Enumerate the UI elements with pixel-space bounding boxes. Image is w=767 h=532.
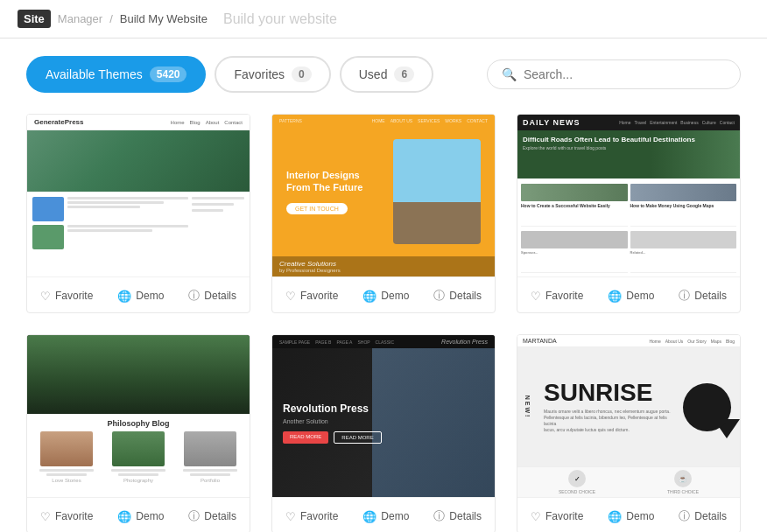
tab-available-themes[interactable]: Available Themes 5420: [26, 56, 206, 93]
theme-card-generatepress: GeneratePress Home Blog About Contact: [26, 114, 250, 313]
ma-sunrise-title: SUNRISE: [544, 381, 674, 405]
details-button-dailynews[interactable]: ⓘ Details: [675, 286, 730, 305]
details-button-patterns[interactable]: ⓘ Details: [430, 286, 485, 305]
heart-icon-6: ♡: [531, 510, 541, 523]
demo-label-3: Demo: [626, 290, 654, 302]
favorite-button-martanda[interactable]: ♡ Favorite: [527, 508, 587, 525]
theme-preview-philosophy: Philosophy Blog Love Stories Pho: [27, 335, 250, 497]
info-icon-5: ⓘ: [433, 508, 445, 524]
tab-favorites[interactable]: Favorites 0: [215, 56, 330, 93]
favorite-button-revolution[interactable]: ♡ Favorite: [282, 508, 341, 525]
theme-preview-patterns: PATTERNS HOME ABOUT US SERVICES WORKS CO…: [272, 115, 495, 276]
favorite-button-philosophy[interactable]: ♡ Favorite: [37, 508, 96, 525]
breadcrumb-sep-icon: /: [109, 12, 113, 25]
ma-logo-text: MARTANDA: [523, 338, 557, 344]
gp-nav: Home Blog About Contact: [171, 120, 243, 125]
demo-button-generatepress[interactable]: 🌐 Demo: [114, 288, 167, 304]
tab-available-label: Available Themes: [46, 67, 143, 81]
ma-nav: Home About Us Our Story Maps Blog: [649, 339, 735, 344]
favorite-button-patterns[interactable]: ♡ Favorite: [282, 288, 341, 304]
search-input[interactable]: [524, 67, 726, 81]
demo-button-patterns[interactable]: 🌐 Demo: [359, 288, 412, 304]
theme-card-dailynews: DAILY NEWS Home Travel Entertainment Bus…: [517, 114, 741, 313]
details-button-martanda[interactable]: ⓘ Details: [675, 507, 730, 526]
rp-hero-title: Revolution Press: [283, 402, 484, 415]
details-label: Details: [204, 290, 236, 302]
details-label-5: Details: [449, 510, 482, 522]
rp-hero-buttons: READ MORE READ MORE: [283, 431, 484, 444]
dn-header: DAILY NEWS Home Travel Entertainment Bus…: [517, 115, 740, 130]
globe-icon-2: 🌐: [362, 290, 376, 303]
favorite-label-2: Favorite: [300, 290, 338, 302]
pt-building-img: [393, 139, 481, 244]
globe-icon-4: 🌐: [117, 510, 131, 523]
favorite-label-4: Favorite: [55, 510, 93, 522]
search-icon: 🔍: [502, 67, 517, 81]
heart-icon: ♡: [40, 290, 51, 303]
ph-posts: Love Stories Photography Portf: [32, 431, 244, 483]
gp-logo-text: GeneratePress: [34, 118, 83, 126]
dn-logo: DAILY NEWS: [523, 118, 581, 127]
favorite-label-6: Favorite: [545, 510, 583, 522]
theme-actions-revolution: ♡ Favorite 🌐 Demo ⓘ Details: [272, 497, 495, 532]
ma-new-badge: NEW!: [524, 396, 531, 419]
ph-blog-title: Philosophy Blog: [32, 419, 244, 428]
theme-card-philosophy: Philosophy Blog Love Stories Pho: [26, 334, 250, 532]
pt-hero-title: Interior DesignsFrom The Future: [286, 169, 383, 194]
theme-preview-revolution: SAMPLE PAGE PAGE B PAGE A SHOP CLASSIC R…: [272, 335, 495, 497]
theme-actions-patterns: ♡ Favorite 🌐 Demo ⓘ Details: [272, 276, 495, 312]
demo-button-revolution[interactable]: 🌐 Demo: [359, 508, 412, 525]
pt-cta-btn: GET IN TOUCH: [286, 203, 348, 214]
demo-label-2: Demo: [381, 290, 409, 302]
details-button-philosophy[interactable]: ⓘ Details: [185, 507, 240, 526]
pt-bottom: Creative Solutions by Professional Desig…: [272, 256, 495, 276]
main-content: Available Themes 5420 Favorites 0 Used 6…: [0, 38, 767, 532]
favorite-label: Favorite: [55, 290, 93, 302]
theme-card-martanda: MARTANDA Home About Us Our Story Maps Bl…: [517, 334, 741, 532]
heart-icon-3: ♡: [531, 290, 541, 303]
globe-icon-6: 🌐: [608, 510, 622, 523]
details-label-6: Details: [694, 510, 727, 522]
heart-icon-4: ♡: [40, 510, 51, 523]
theme-actions-martanda: ♡ Favorite 🌐 Demo ⓘ Details: [517, 497, 740, 532]
pt-hero: Interior DesignsFrom The Future GET IN T…: [272, 127, 495, 256]
demo-button-philosophy[interactable]: 🌐 Demo: [114, 508, 167, 525]
rp-hero: Revolution Press Another Solution READ M…: [272, 348, 495, 497]
filter-bar: Available Themes 5420 Favorites 0 Used 6…: [26, 56, 741, 93]
dn-articles: How to Create a Successful Website Easil…: [517, 178, 740, 276]
heart-icon-5: ♡: [285, 510, 296, 523]
tab-used-label: Used: [359, 67, 388, 81]
pt-nav: PATTERNS HOME ABOUT US SERVICES WORKS CO…: [272, 115, 495, 127]
theme-preview-dailynews: DAILY NEWS Home Travel Entertainment Bus…: [517, 115, 740, 276]
info-icon-2: ⓘ: [433, 288, 445, 304]
details-label-4: Details: [204, 510, 236, 522]
ma-header: MARTANDA Home About Us Our Story Maps Bl…: [517, 335, 740, 347]
tab-used[interactable]: Used 6: [340, 56, 433, 93]
search-box[interactable]: 🔍: [487, 60, 741, 89]
details-button-revolution[interactable]: ⓘ Details: [430, 507, 485, 526]
tab-available-count: 5420: [150, 66, 187, 82]
favorite-label-5: Favorite: [300, 510, 338, 522]
theme-card-patterns: PATTERNS HOME ABOUT US SERVICES WORKS CO…: [271, 114, 496, 313]
page-title: Build your website: [223, 11, 337, 27]
ph-forest-img: [27, 335, 250, 414]
theme-card-revolution: SAMPLE PAGE PAGE B PAGE A SHOP CLASSIC R…: [271, 334, 496, 532]
favorite-button-generatepress[interactable]: ♡ Favorite: [37, 288, 96, 304]
dn-nav: Home Travel Entertainment Business Cultu…: [619, 120, 735, 125]
dn-hero: Difficult Roads Often Lead to Beautiful …: [517, 130, 740, 178]
theme-actions-generatepress: ♡ Favorite 🌐 Demo ⓘ Details: [27, 276, 250, 312]
ma-sunrise-content: SUNRISE Mauris ornare velit a libero rho…: [544, 381, 674, 433]
info-icon-3: ⓘ: [679, 288, 690, 304]
demo-button-dailynews[interactable]: 🌐 Demo: [604, 288, 658, 304]
globe-icon-5: 🌐: [362, 510, 376, 523]
favorite-button-dailynews[interactable]: ♡ Favorite: [527, 288, 587, 304]
favorite-label-3: Favorite: [545, 290, 583, 302]
details-button-generatepress[interactable]: ⓘ Details: [185, 286, 240, 305]
demo-button-martanda[interactable]: 🌐 Demo: [604, 508, 658, 525]
tab-favorites-label: Favorites: [234, 67, 285, 81]
ma-hero: NEW! SUNRISE Mauris ornare velit a liber…: [517, 347, 740, 466]
theme-preview-generatepress: GeneratePress Home Blog About Contact: [27, 115, 250, 276]
breadcrumb-page[interactable]: Build My Website: [120, 12, 208, 25]
site-brand-badge: Site: [18, 10, 51, 28]
ma-desc-text: Mauris ornare velit a libero rhoncus, ne…: [544, 409, 674, 433]
